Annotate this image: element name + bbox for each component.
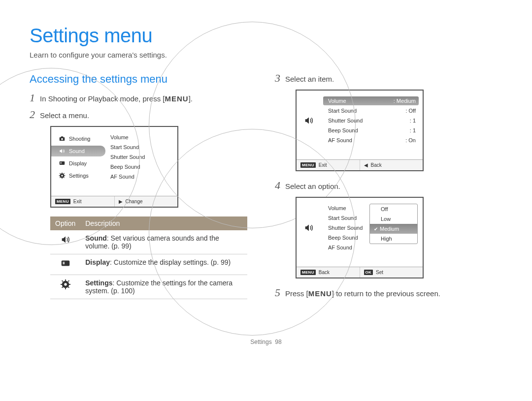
step-text: In Shooting or Playback mode, press [	[40, 94, 165, 103]
display-icon	[60, 258, 71, 269]
popup-option: Low	[370, 214, 417, 224]
item-label: Volume	[328, 98, 346, 104]
popup-option: ✔Medium	[370, 224, 417, 234]
menu-item: Beep Sound	[105, 162, 173, 171]
page-title: Settings menu	[30, 25, 502, 47]
sidebar-label: Display	[69, 160, 87, 166]
option-label: Off	[381, 206, 388, 212]
camera-screen-select-option: VolumeStart SoundShutter SoundBeep Sound…	[296, 197, 424, 278]
speaker-icon	[303, 115, 314, 126]
section-heading: Accessing the settings menu	[30, 73, 257, 86]
page-subtitle: Learn to configure your camera's setting…	[30, 51, 502, 59]
sidebar-label: Sound	[69, 148, 85, 154]
camera-screen-select-menu: ShootingSoundDisplaySettings VolumeStart…	[50, 126, 178, 208]
speaker-icon	[60, 234, 71, 245]
screen-foot-left: MENU Exit	[297, 160, 360, 170]
menu-item: Shutter Sound: 1	[323, 116, 419, 125]
table-row: Sound: Set various camera sounds and the…	[50, 230, 247, 254]
item-label: Beep Sound	[328, 127, 358, 133]
step-text: ] to return to the previous screen.	[332, 289, 440, 298]
step-3: 3 Select an item.	[275, 73, 502, 84]
step-text: Press [	[285, 289, 308, 298]
speaker-icon	[58, 148, 66, 154]
option-desc: : Customize the display settings. (p. 99…	[110, 258, 231, 266]
option-name: Display	[85, 258, 110, 266]
menu-item: Beep Sound: 1	[323, 126, 419, 135]
option-description-table: Option Description Sound: Set various ca…	[50, 216, 247, 299]
screen-foot-right: OK Set	[360, 267, 423, 278]
option-label: High	[381, 236, 392, 242]
table-row: Settings: Customize the settings for the…	[50, 275, 247, 299]
step-4: 4 Select an option.	[275, 180, 502, 191]
menu-word: MENU	[165, 94, 188, 103]
col-description: Description	[80, 216, 247, 230]
menu-word: MENU	[308, 289, 332, 298]
menu-item: Start Sound	[105, 143, 173, 152]
camera-icon	[58, 135, 66, 142]
item-value: : 1	[410, 127, 416, 133]
menu-badge: MENU	[55, 199, 70, 204]
step-text: Select a menu.	[40, 111, 89, 120]
camera-screen-select-item: Volume: MediumStart Sound: OffShutter So…	[296, 90, 424, 171]
item-label: AF Sound	[328, 137, 352, 143]
footer-page-number: 98	[275, 339, 281, 345]
item-value: : 1	[410, 118, 416, 123]
item-label: Start Sound	[328, 108, 357, 114]
menu-item: Start Sound: Off	[323, 106, 419, 115]
menu-badge: MENU	[300, 162, 316, 168]
ok-badge: OK	[364, 270, 373, 275]
menu-item: Volume	[105, 133, 173, 142]
sidebar-item-shooting: Shooting	[51, 133, 105, 144]
step-text: ].	[189, 94, 193, 103]
foot-label: Back	[319, 270, 330, 275]
gear-icon	[58, 172, 66, 179]
step-number: 2	[30, 109, 35, 120]
menu-item: Shutter Sound	[105, 153, 173, 161]
foot-label: Back	[371, 162, 382, 168]
screen-foot-left: MENU Back	[297, 267, 360, 278]
step-number: 5	[275, 287, 280, 298]
option-name: Settings	[85, 279, 112, 287]
item-value: : On	[405, 137, 416, 143]
display-icon	[58, 160, 66, 167]
menu-item: AF Sound	[105, 172, 173, 181]
sidebar-label: Settings	[69, 173, 89, 179]
step-text: Select an option.	[285, 182, 340, 190]
screen-foot-left: MENU Exit	[51, 196, 114, 207]
step-2: 2 Select a menu.	[30, 109, 257, 120]
option-label: Low	[381, 216, 391, 222]
triangle-left-icon: ◀	[364, 162, 368, 168]
item-value: : Off	[405, 108, 416, 114]
sidebar-item-settings: Settings	[51, 170, 105, 181]
step-5: 5 Press [MENU] to return to the previous…	[275, 287, 502, 298]
menu-item: AF Sound: On	[323, 136, 419, 145]
menu-item: AF Sound	[323, 243, 419, 252]
screen-foot-right: ◀ Back	[360, 160, 423, 170]
option-popup: OffLow✔MediumHigh	[369, 204, 418, 244]
step-text: Select an item.	[285, 75, 334, 83]
step-number: 1	[30, 93, 35, 103]
menu-badge: MENU	[300, 270, 316, 275]
foot-label: Exit	[319, 162, 327, 168]
footer-section: Settings	[250, 339, 271, 345]
page-footer: Settings 98	[30, 339, 502, 345]
sidebar-item-sound: Sound	[51, 146, 105, 156]
speaker-icon	[303, 222, 314, 233]
option-label: Medium	[380, 226, 399, 232]
triangle-right-icon: ▶	[119, 199, 123, 204]
foot-label: Set	[376, 270, 383, 275]
step-number: 3	[275, 73, 280, 84]
sidebar-item-display: Display	[51, 158, 105, 169]
sidebar-label: Shooting	[69, 136, 90, 142]
screen-foot-right: ▶ Change	[114, 196, 178, 207]
step-number: 4	[275, 180, 280, 191]
check-icon: ✔	[374, 226, 378, 232]
col-option: Option	[50, 216, 80, 230]
foot-label: Exit	[73, 199, 82, 204]
popup-option: Off	[370, 204, 417, 214]
item-label: Shutter Sound	[328, 118, 363, 123]
item-value: : Medium	[394, 98, 416, 104]
foot-label: Change	[126, 199, 143, 204]
table-row: Display: Customize the display settings.…	[50, 254, 247, 275]
gear-icon	[60, 279, 71, 290]
